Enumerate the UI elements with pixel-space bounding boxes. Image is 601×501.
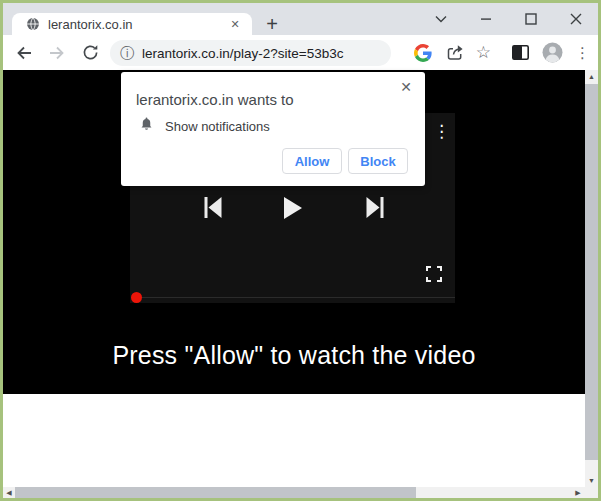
- side-panel-icon[interactable]: [512, 45, 529, 60]
- next-track-icon[interactable]: [366, 196, 384, 219]
- reload-button[interactable]: [79, 42, 101, 64]
- vertical-scrollbar[interactable]: ▲ ▼: [585, 70, 598, 487]
- tab-bar: lerantorix.co.in ✕ +: [3, 3, 598, 35]
- tab-close-icon[interactable]: ✕: [226, 15, 244, 33]
- fullscreen-icon[interactable]: [425, 265, 443, 283]
- player-menu-icon[interactable]: ⋮: [433, 123, 450, 142]
- player-controls: [130, 196, 455, 220]
- close-window-button[interactable]: [566, 9, 586, 29]
- horizontal-scroll-thumb[interactable]: [15, 487, 416, 498]
- back-button[interactable]: [13, 42, 35, 64]
- allow-button[interactable]: Allow: [282, 148, 342, 174]
- profile-avatar[interactable]: [542, 42, 563, 63]
- new-tab-button[interactable]: +: [259, 12, 285, 36]
- active-tab[interactable]: lerantorix.co.in ✕: [12, 13, 252, 35]
- permission-label: Show notifications: [165, 119, 270, 134]
- tab-title: lerantorix.co.in: [48, 17, 226, 32]
- browser-window: lerantorix.co.in ✕ +: [0, 0, 601, 501]
- bell-icon: [139, 116, 154, 136]
- horizontal-scrollbar[interactable]: ◀ ▶: [3, 487, 598, 498]
- browser-toolbar: ⓘ lerantorix.co.in/play-2?site=53b3c: [3, 35, 598, 70]
- scroll-left-icon[interactable]: ◀: [3, 487, 15, 498]
- play-icon[interactable]: [283, 196, 303, 220]
- page-message: Press "Allow" to watch the video: [3, 341, 585, 370]
- popup-close-icon[interactable]: ✕: [397, 78, 415, 96]
- chevron-down-icon[interactable]: [431, 9, 451, 29]
- popup-title: lerantorix.co.in wants to: [136, 91, 294, 108]
- url-text: lerantorix.co.in/play-2?site=53b3c: [142, 46, 344, 61]
- minimize-button[interactable]: [476, 9, 496, 29]
- notification-permission-popup: ✕ lerantorix.co.in wants to Show notific…: [121, 72, 425, 186]
- globe-favicon-icon: [26, 17, 40, 31]
- previous-track-icon[interactable]: [204, 196, 222, 219]
- google-logo-icon[interactable]: [414, 44, 432, 62]
- address-bar[interactable]: ⓘ lerantorix.co.in/play-2?site=53b3c: [110, 40, 391, 66]
- vertical-scroll-thumb[interactable]: [585, 84, 598, 460]
- window-controls: [431, 7, 586, 31]
- block-button[interactable]: Block: [348, 148, 408, 174]
- maximize-button[interactable]: [521, 9, 541, 29]
- scroll-up-icon[interactable]: ▲: [585, 70, 598, 83]
- bookmark-star-icon[interactable]: ☆: [476, 44, 491, 61]
- page-lower-background: [3, 394, 585, 487]
- toolbar-action-icons: ☆ ⋮: [414, 35, 590, 70]
- progress-handle[interactable]: [131, 292, 142, 303]
- progress-bar[interactable]: [136, 297, 455, 298]
- scroll-down-icon[interactable]: ▼: [585, 474, 598, 487]
- browser-menu-icon[interactable]: ⋮: [575, 44, 590, 62]
- share-icon[interactable]: [446, 44, 464, 62]
- site-info-icon[interactable]: ⓘ: [120, 46, 134, 60]
- scroll-right-icon[interactable]: ▶: [572, 487, 584, 498]
- forward-button[interactable]: [46, 42, 68, 64]
